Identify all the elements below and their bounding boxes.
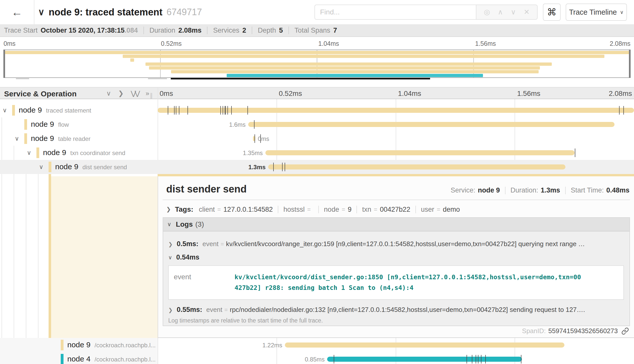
locate-icon[interactable]: ◎ bbox=[484, 9, 490, 16]
summary-label: Total Spans bbox=[294, 27, 330, 34]
tag-separator bbox=[278, 206, 278, 213]
span-row-timeline[interactable]: 0.85ms bbox=[158, 352, 634, 364]
log-entry[interactable]: ❯0.55ms:event=rpc/nodedialer/nodedialer.… bbox=[168, 306, 624, 314]
minimap-axis-labels: 0ms0.52ms1.04ms1.56ms2.08ms bbox=[0, 38, 634, 49]
summary-value: 5 bbox=[279, 27, 283, 34]
span-row[interactable]: ∨node 9txn coordinator send1.35ms bbox=[0, 146, 634, 160]
span-duration-bar[interactable] bbox=[268, 164, 565, 169]
span-row-sidebar[interactable]: ∨node 9table reader bbox=[0, 132, 158, 146]
log-marker-tick bbox=[481, 355, 481, 363]
log-marker-tick bbox=[223, 106, 223, 115]
log-marker-tick bbox=[334, 355, 334, 363]
find-next-icon[interactable]: ∨ bbox=[511, 9, 516, 16]
detail-divider bbox=[163, 200, 630, 200]
span-row-timeline[interactable] bbox=[158, 103, 634, 117]
span-row-timeline[interactable]: 1.35ms bbox=[158, 146, 634, 160]
log-marker-tick bbox=[485, 355, 486, 363]
log-marker-tick bbox=[521, 355, 521, 363]
equals-sign: = bbox=[437, 206, 440, 213]
logs-header[interactable]: ∨ Logs (3) bbox=[163, 218, 629, 231]
tree-controls: ∨ ❯ ⋁⋁ » bbox=[106, 90, 149, 97]
column-resize-grip[interactable]: ∥ bbox=[150, 92, 153, 99]
tag-item: hostssl= bbox=[283, 206, 313, 213]
span-row[interactable]: ∨node 9traced statement bbox=[0, 103, 634, 117]
summary-separator bbox=[288, 27, 289, 34]
span-row-sidebar[interactable]: node 4/cockroach.roachpb.l... bbox=[0, 352, 158, 364]
span-row-sidebar[interactable]: ∨node 9traced statement bbox=[0, 103, 158, 117]
span-row-sidebar[interactable]: ∨node 9dist sender send bbox=[0, 160, 158, 174]
indent-guide-line bbox=[38, 174, 38, 364]
span-service-name: node 4/cockroach.roachpb.l... bbox=[67, 355, 156, 363]
collapse-all-icon[interactable]: ⋁⋁ bbox=[131, 90, 139, 97]
view-selector-button[interactable]: Trace Timeline ∨ bbox=[566, 4, 627, 21]
log-entry-expanded-header[interactable]: ∨0.54ms bbox=[168, 253, 624, 261]
timeline-tick-label: 2.08ms bbox=[609, 90, 632, 98]
span-duration-bar[interactable] bbox=[265, 150, 575, 155]
find-input[interactable] bbox=[320, 8, 476, 16]
span-row[interactable]: ∨node 9table reader0ms bbox=[0, 132, 634, 146]
collapse-one-icon[interactable]: ∨ bbox=[106, 90, 111, 97]
span-duration-bar[interactable] bbox=[158, 108, 634, 113]
span-rows-lower: node 9/cockroach.roachpb.l...1.22msnode … bbox=[0, 338, 634, 364]
minimap-drag-handle-right[interactable] bbox=[629, 50, 630, 78]
span-row-sidebar[interactable]: node 9/cockroach.roachpb.l... bbox=[0, 338, 158, 352]
span-row[interactable]: node 9/cockroach.roachpb.l...1.22ms bbox=[0, 338, 634, 352]
span-row-timeline[interactable]: 1.3ms bbox=[158, 160, 634, 174]
expand-one-icon[interactable]: ❯ bbox=[118, 90, 124, 97]
page-header: ← ∨ node 9: traced statement 6749717 ◎ ∧… bbox=[0, 0, 634, 24]
summary-value: 2 bbox=[242, 27, 246, 34]
summary-label: Services bbox=[213, 27, 239, 34]
span-row-sidebar[interactable]: node 9flow bbox=[0, 117, 158, 132]
span-duration-bar[interactable] bbox=[285, 342, 564, 348]
log-marker-tick bbox=[472, 355, 472, 363]
indent-guide-line bbox=[14, 146, 14, 364]
back-button[interactable]: ← bbox=[0, 0, 34, 24]
span-row-timeline[interactable]: 1.22ms bbox=[158, 338, 634, 352]
keyboard-shortcuts-button[interactable]: ⌘ bbox=[543, 4, 561, 21]
minimap-drag-handle-left[interactable] bbox=[4, 50, 5, 78]
tag-value: 00427b22 bbox=[380, 206, 410, 213]
indent-guide-line bbox=[26, 160, 26, 364]
trace-summary-bar: Trace StartOctober 15 2020, 17:38:15.084… bbox=[0, 24, 634, 37]
log-timestamp: 0.5ms: bbox=[177, 240, 199, 248]
span-duration-bar[interactable] bbox=[327, 357, 522, 362]
span-row-sidebar[interactable]: ∨node 9txn coordinator send bbox=[0, 146, 158, 160]
equals-sign: = bbox=[374, 206, 377, 213]
span-row[interactable]: node 9flow1.6ms bbox=[0, 117, 634, 132]
chevron-down-icon: ∨ bbox=[620, 9, 624, 15]
span-row[interactable]: ∨node 9dist sender send1.3ms bbox=[0, 160, 634, 174]
find-prev-icon[interactable]: ∧ bbox=[498, 9, 503, 16]
log-entry[interactable]: ❯0.5ms:event=kv/kvclient/kvcoord/range_i… bbox=[168, 240, 624, 248]
minimap-span-bar bbox=[227, 74, 483, 77]
chevron-down-icon[interactable]: ∨ bbox=[39, 163, 44, 170]
timeline-minimap[interactable] bbox=[3, 50, 631, 78]
span-id-value: 5597415943526560273 bbox=[548, 327, 618, 335]
chevron-down-icon[interactable]: ∨ bbox=[3, 107, 7, 114]
summary-label: Depth bbox=[258, 27, 276, 34]
span-duration-bar[interactable] bbox=[248, 122, 615, 127]
detail-meta-item: Start Time:0.48ms bbox=[571, 186, 629, 194]
chevron-down-icon[interactable]: ∨ bbox=[15, 135, 19, 142]
meta-separator bbox=[505, 187, 505, 194]
span-service-name: node 9/cockroach.roachpb.l... bbox=[67, 340, 156, 349]
span-row-timeline[interactable]: 0ms bbox=[158, 132, 634, 146]
log-marker-tick bbox=[476, 355, 476, 363]
minimap-axis-label: 1.56ms bbox=[475, 40, 496, 47]
trace-collapse-icon[interactable]: ∨ bbox=[38, 7, 45, 17]
minimap-span-bar bbox=[145, 62, 552, 66]
tags-row[interactable]: ❯ Tags: client=127.0.0.1:54582hostssl=no… bbox=[166, 203, 460, 216]
span-row[interactable]: node 4/cockroach.roachpb.l...0.85ms bbox=[0, 352, 634, 364]
log-marker-tick bbox=[187, 106, 188, 115]
span-row-timeline[interactable]: 1.6ms bbox=[158, 117, 634, 132]
logs-footnote: Log timestamps are relative to the start… bbox=[168, 317, 624, 324]
find-clear-icon[interactable]: ✕ bbox=[524, 9, 530, 16]
timeline-column-header: Service & Operation ∨ ❯ ⋁⋁ » ∥ 0ms0.52ms… bbox=[0, 87, 634, 99]
minimap-scroll-indicator[interactable] bbox=[171, 78, 430, 79]
tag-item: user=demo bbox=[421, 206, 460, 213]
expand-all-icon[interactable]: » bbox=[145, 90, 149, 97]
link-icon[interactable] bbox=[621, 327, 629, 335]
equals-sign: = bbox=[217, 206, 221, 213]
chevron-down-icon[interactable]: ∨ bbox=[27, 149, 31, 156]
span-service-name: node 9dist sender send bbox=[55, 162, 127, 171]
minimap-axis-label: 2.08ms bbox=[610, 40, 630, 47]
